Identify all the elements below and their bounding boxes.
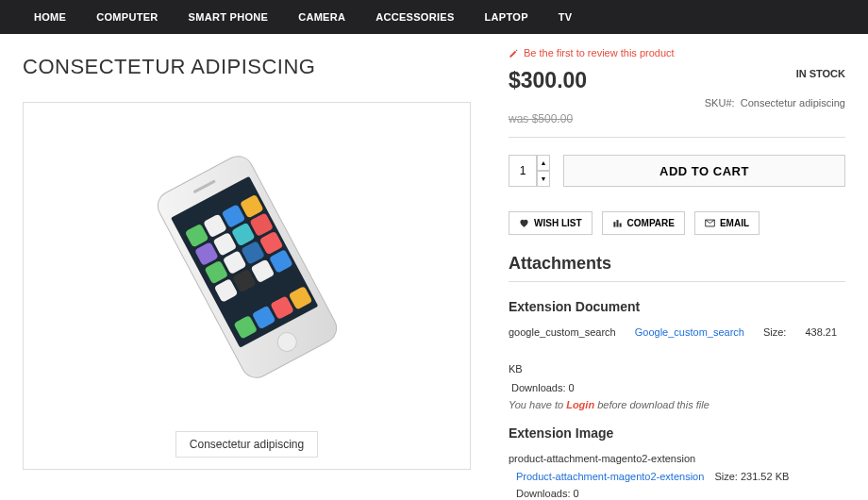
product-media: Consectetur adipiscing <box>23 102 471 470</box>
login-note: You have to Login before download this f… <box>509 399 845 410</box>
edit-icon <box>509 48 519 58</box>
page-body: CONSECTETUR ADIPISCING <box>0 34 868 500</box>
doc-downloads: Downloads: 0 <box>509 379 845 397</box>
right-column: Be the first to review this product $300… <box>509 47 845 500</box>
login-link[interactable]: Login <box>566 399 594 410</box>
attachments-heading: Attachments <box>509 254 845 282</box>
doc-name: google_custom_search <box>509 324 616 342</box>
review-text: Be the first to review this product <box>524 47 675 58</box>
qty-down-button[interactable]: ▼ <box>537 171 550 187</box>
product-image <box>24 103 470 431</box>
nav-list: HOME COMPUTER SMART PHONE CAMERA ACCESSO… <box>19 0 849 34</box>
review-link[interactable]: Be the first to review this product <box>509 47 845 58</box>
nav-home[interactable]: HOME <box>19 0 81 34</box>
page-title: CONSECTETUR ADIPISCING <box>23 55 471 79</box>
stock-status: IN STOCK <box>796 68 845 79</box>
wishlist-button[interactable]: WISH LIST <box>509 211 593 235</box>
email-button[interactable]: EMAIL <box>694 211 760 235</box>
media-caption: Consectetur adipiscing <box>175 431 318 458</box>
action-row: WISH LIST COMPARE EMAIL <box>509 211 845 235</box>
svg-rect-26 <box>619 224 621 227</box>
top-nav: HOME COMPUTER SMART PHONE CAMERA ACCESSO… <box>0 0 868 34</box>
svg-rect-24 <box>613 222 615 227</box>
compare-button[interactable]: COMPARE <box>602 211 685 235</box>
nav-computer[interactable]: COMPUTER <box>81 0 173 34</box>
qty-input[interactable] <box>509 155 537 187</box>
qty-spinner: ▲ ▼ <box>537 155 550 187</box>
svg-rect-25 <box>616 220 618 227</box>
qty-wrap: ▲ ▼ <box>509 155 550 187</box>
img-row-1: product-attachment-magento2-extension Pr… <box>509 450 845 500</box>
doc-row: google_custom_search Google_custom_searc… <box>509 324 845 377</box>
compare-icon <box>612 218 623 228</box>
extension-document-heading: Extension Document <box>509 299 845 314</box>
divider <box>509 137 845 138</box>
nav-camera[interactable]: CAMERA <box>283 0 360 34</box>
old-price: was $500.00 <box>509 112 845 125</box>
phone-illustration <box>125 149 370 385</box>
qty-up-button[interactable]: ▲ <box>537 155 550 171</box>
nav-accessories[interactable]: ACCESSORIES <box>360 0 469 34</box>
add-to-cart-row: ▲ ▼ ADD TO CART <box>509 155 845 187</box>
nav-laptop[interactable]: LAPTOP <box>470 0 543 34</box>
extension-image-heading: Extension Image <box>509 425 845 441</box>
nav-tv[interactable]: TV <box>543 0 588 34</box>
sku: SKU#: Consectetur adipiscing <box>509 97 845 108</box>
price: $300.00 <box>509 68 587 93</box>
nav-smartphone[interactable]: SMART PHONE <box>174 0 284 34</box>
img1-link[interactable]: Product-attachment-magento2-extension <box>516 471 704 482</box>
doc-link[interactable]: Google_custom_search <box>635 324 744 342</box>
heart-icon <box>519 218 529 228</box>
left-column: CONSECTETUR ADIPISCING <box>23 47 471 500</box>
add-to-cart-button[interactable]: ADD TO CART <box>563 155 845 187</box>
envelope-icon <box>705 218 715 228</box>
